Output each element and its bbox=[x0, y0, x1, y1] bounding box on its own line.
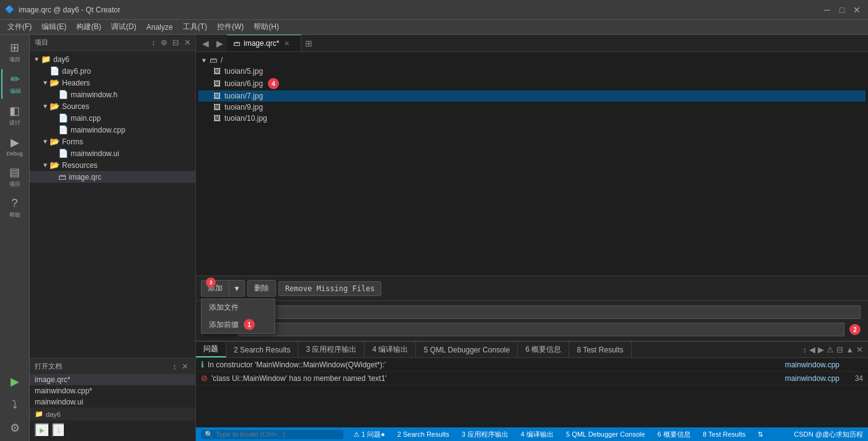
problems-sync-btn[interactable]: ↕ bbox=[803, 345, 807, 354]
remove-missing-button[interactable]: Remove Missing Files bbox=[278, 281, 382, 296]
sidebar-item-design[interactable]: ◧ 设计 bbox=[1, 100, 29, 131]
close-button[interactable]: ✕ bbox=[851, 4, 863, 16]
problem-row-text1[interactable]: ⊘ 'class Ui::MainWindow' has no member n… bbox=[196, 372, 868, 385]
tab-imageqrc[interactable]: 🗃 image.qrc* ✕ bbox=[227, 35, 301, 51]
status-search[interactable]: 🔍 bbox=[201, 430, 343, 439]
tree-item-mainwindowcpp[interactable]: 📄 mainwindow.cpp bbox=[30, 124, 195, 136]
problems-tab-qml[interactable]: 5 QML Debugger Console bbox=[416, 342, 518, 357]
menu-build[interactable]: 构建(B) bbox=[71, 20, 106, 33]
sync-button[interactable]: ↕ bbox=[150, 37, 158, 48]
problems-tab-issues[interactable]: 问题 bbox=[196, 342, 226, 357]
problems-nav-fwd[interactable]: ▶ bbox=[818, 345, 824, 354]
problem-row-constructor[interactable]: ℹ In constructor 'MainWindow::MainWindow… bbox=[196, 358, 868, 372]
problems-warning-btn[interactable]: ⚠ bbox=[826, 345, 834, 354]
tab-extra-btn[interactable]: ⊞ bbox=[305, 38, 312, 48]
tab-close-imageqrc[interactable]: ✕ bbox=[284, 40, 290, 48]
res-prefix-row[interactable]: ▼ 🗃 / bbox=[198, 55, 866, 66]
project-toolbar: 项目 ↕ ⊕ ⊟ ✕ bbox=[30, 35, 195, 51]
menu-analyze[interactable]: Analyze bbox=[141, 22, 178, 33]
sidebar-item-debug[interactable]: ▶ Debug bbox=[1, 132, 29, 160]
sidebar-item-edit[interactable]: ✏ 编辑 bbox=[1, 69, 29, 99]
res-item-9jpg[interactable]: 🖼 tuoian/9.jpg bbox=[198, 102, 866, 113]
resource-tree: ▼ 🗃 / 🖼 tuoian/5.jpg 🖼 tuoian/6.jpg 4 bbox=[196, 52, 868, 276]
summary-label: 6 概要信息 bbox=[657, 430, 690, 439]
status-issues[interactable]: ⚠ 1 问题● bbox=[351, 430, 388, 439]
status-arrow[interactable]: ⇅ bbox=[755, 430, 766, 439]
menu-help[interactable]: 帮助(H) bbox=[249, 20, 284, 33]
tab-label-imageqrc: image.qrc* bbox=[244, 39, 279, 48]
res-item-5jpg[interactable]: 🖼 tuoian/5.jpg bbox=[198, 66, 866, 77]
menu-file[interactable]: 文件(F) bbox=[2, 20, 37, 33]
close-panel-button[interactable]: ✕ bbox=[182, 37, 193, 48]
tree-item-headers[interactable]: ▼ 📂 Headers bbox=[30, 77, 195, 89]
tree-item-day6[interactable]: ▼ 📁 day6 bbox=[30, 53, 195, 65]
add-dropdown-arrow[interactable]: ▼ bbox=[229, 280, 245, 297]
open-docs-sync-btn[interactable]: ↕ bbox=[171, 361, 179, 372]
problems-close-btn[interactable]: ✕ bbox=[856, 345, 863, 354]
file-icon-mainwindowh: 📄 bbox=[58, 90, 68, 99]
badge-add-prefix: 1 bbox=[244, 319, 255, 330]
menu-tools[interactable]: 工具(T) bbox=[178, 20, 212, 33]
dropdown-add-prefix[interactable]: 添加前缀 1 bbox=[202, 316, 275, 333]
status-summary[interactable]: 6 概要信息 bbox=[655, 430, 693, 439]
problem-text-text1: 'class Ui::MainWindow' has no member nam… bbox=[211, 374, 748, 383]
problems-tab-test[interactable]: 8 Test Results bbox=[569, 342, 631, 357]
delete-button[interactable]: 删除 bbox=[247, 280, 276, 297]
problems-nav-back[interactable]: ◀ bbox=[809, 345, 815, 354]
dropdown-add-file[interactable]: 添加文件 bbox=[202, 299, 275, 316]
status-test[interactable]: 8 Test Results bbox=[701, 430, 748, 438]
status-search-input[interactable] bbox=[216, 430, 340, 438]
folder-icon-sources: 📂 bbox=[50, 102, 60, 111]
maximize-button[interactable]: □ bbox=[836, 4, 848, 16]
filter-button[interactable]: ⊟ bbox=[170, 37, 181, 48]
sidebar-item-label-edit: 编辑 bbox=[10, 87, 21, 95]
tree-item-day6pro[interactable]: 📄 day6.pro bbox=[30, 65, 195, 77]
prefix-input[interactable] bbox=[238, 305, 861, 319]
res-item-7jpg[interactable]: 🖼 tuoian/7.jpg bbox=[198, 90, 866, 102]
menu-debug[interactable]: 调试(D) bbox=[106, 20, 141, 33]
sidebar-item-project2[interactable]: ▤ 项目 bbox=[1, 162, 29, 192]
res-icon-6jpg: 🖼 bbox=[213, 79, 221, 88]
problems-maximize-btn[interactable]: ▲ bbox=[846, 345, 854, 354]
status-search-results[interactable]: 2 Search Results bbox=[395, 430, 452, 438]
sidebar-item-help[interactable]: ? 帮助 bbox=[1, 193, 29, 223]
status-qml-console[interactable]: 5 QML Debugger Console bbox=[564, 430, 647, 438]
tree-item-mainwindowh[interactable]: 📄 mainwindow.h bbox=[30, 89, 195, 100]
problems-tab-summary[interactable]: 6 概要信息 bbox=[518, 342, 569, 357]
tree-item-resources[interactable]: ▼ 📂 Resources bbox=[30, 159, 195, 171]
sidebar-item-run[interactable]: ▶ bbox=[1, 371, 29, 393]
step-button-bottom[interactable]: ⤵ bbox=[52, 423, 65, 437]
open-docs-close-btn[interactable]: ✕ bbox=[180, 361, 190, 372]
project-folder-label: day6 bbox=[46, 411, 61, 418]
tree-item-imageqrc[interactable]: 🗃 image.qrc bbox=[30, 171, 195, 183]
problems-tab-search[interactable]: 2 Search Results bbox=[226, 342, 298, 357]
tree-item-sources[interactable]: ▼ 📂 Sources bbox=[30, 100, 195, 112]
res-item-10jpg[interactable]: 🖼 tuoian/10.jpg bbox=[198, 113, 866, 124]
nav-forward-button[interactable]: ▶ bbox=[213, 35, 227, 51]
menu-controls[interactable]: 控件(W) bbox=[212, 20, 249, 33]
file-icon-imageqrc: 🗃 bbox=[58, 172, 66, 181]
nav-back-button[interactable]: ◀ bbox=[198, 35, 213, 51]
res-item-6jpg[interactable]: 🖼 tuoian/6.jpg 4 bbox=[198, 77, 866, 90]
sidebar-item-project[interactable]: ⊞ 项目 bbox=[1, 37, 29, 68]
problems-filter-btn[interactable]: ⊟ bbox=[836, 345, 843, 354]
open-doc-imageqrc[interactable]: image.qrc* bbox=[30, 374, 195, 385]
problems-tab-compile[interactable]: 4 编译输出 bbox=[365, 342, 416, 357]
status-compile-output[interactable]: 4 编译输出 bbox=[518, 430, 556, 439]
run-button-bottom[interactable]: ▶ bbox=[35, 423, 50, 437]
problems-tab-app-output[interactable]: 3 应用程序输出 bbox=[298, 342, 365, 357]
status-app-output[interactable]: 3 应用程序输出 bbox=[459, 430, 511, 439]
tree-item-maincpp[interactable]: 📄 main.cpp bbox=[30, 112, 195, 124]
tree-item-forms[interactable]: ▼ 📂 Forms bbox=[30, 136, 195, 147]
tree-label-mainwindowcpp: mainwindow.cpp bbox=[71, 126, 125, 134]
tree-item-mainwindowui[interactable]: 📄 mainwindow.ui bbox=[30, 147, 195, 159]
open-doc-mainwindowui[interactable]: mainwindow.ui bbox=[30, 396, 195, 408]
open-doc-mainwindowcpp[interactable]: mainwindow.cpp* bbox=[30, 385, 195, 396]
sidebar-item-label-debug: Debug bbox=[6, 151, 23, 157]
sidebar-item-config[interactable]: ⚙ bbox=[1, 417, 29, 440]
add-folder-button[interactable]: ⊕ bbox=[159, 37, 169, 48]
lang-input[interactable] bbox=[238, 323, 844, 336]
menu-edit[interactable]: 编辑(E) bbox=[37, 20, 71, 33]
sidebar-item-step[interactable]: ⤵ bbox=[1, 395, 29, 416]
minimize-button[interactable]: ─ bbox=[821, 4, 833, 16]
